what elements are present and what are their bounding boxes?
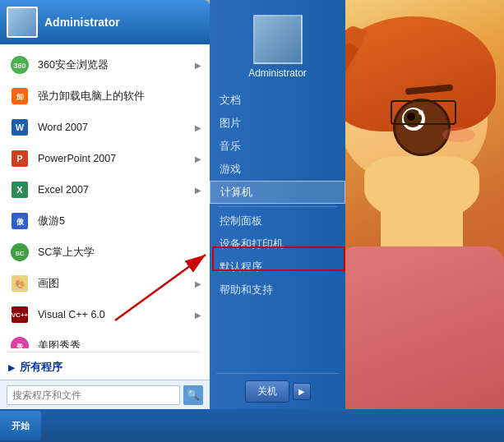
- menu-item-word-arrow: ▶: [195, 123, 201, 132]
- icon-excel: X: [8, 178, 31, 201]
- svg-text:🎨: 🎨: [15, 279, 25, 289]
- icon-vcpp: VC++: [8, 303, 31, 326]
- icon-sc: SC: [8, 241, 31, 264]
- user-header: Administrator: [0, 0, 210, 44]
- right-panel-game[interactable]: 游戏: [210, 158, 345, 181]
- search-bar: 🔍: [0, 380, 210, 409]
- right-panel: Administrator 文档 图片 音乐 游戏 计算机 控制面板 设备和打印…: [210, 0, 345, 409]
- icon-paint: 🎨: [8, 272, 31, 295]
- menu-item-aoyou[interactable]: 傲 傲游5: [0, 205, 210, 237]
- shutdown-section: 关机 ▶: [210, 374, 345, 409]
- menu-item-paint[interactable]: 🎨 画图 ▶: [0, 268, 210, 299]
- right-panel-pic[interactable]: 图片: [210, 112, 345, 135]
- svg-text:P: P: [16, 154, 22, 163]
- menu-item-ppt-arrow: ▶: [195, 154, 201, 163]
- right-panel-username: Administrator: [248, 67, 307, 79]
- right-panel-doc[interactable]: 文档: [210, 89, 345, 112]
- svg-text:卸: 卸: [16, 93, 24, 101]
- menu-item-paint-arrow: ▶: [195, 279, 201, 288]
- svg-text:360: 360: [13, 62, 25, 70]
- search-button[interactable]: 🔍: [183, 385, 203, 405]
- menu-item-360-label: 360安全浏览器: [38, 58, 192, 72]
- icon-ppt: P: [8, 147, 31, 170]
- shutdown-arrow-button[interactable]: ▶: [293, 383, 311, 400]
- menu-item-paint-label: 画图: [38, 277, 192, 291]
- menu-item-360-arrow: ▶: [195, 61, 201, 70]
- svg-text:VC++: VC++: [12, 311, 29, 319]
- icon-word: W: [8, 116, 31, 139]
- all-programs-label: 所有程序: [20, 361, 62, 375]
- right-panel-default[interactable]: 默认程序: [210, 256, 345, 279]
- taskbar: 开始: [0, 409, 504, 442]
- start-button[interactable]: 开始: [0, 411, 41, 440]
- menu-item-excel[interactable]: X Excel 2007 ▶: [0, 174, 210, 205]
- search-input[interactable]: [7, 385, 180, 405]
- menu-item-meitu[interactable]: 秀 美图秀秀: [0, 330, 210, 348]
- right-panel-control[interactable]: 控制面板: [210, 209, 345, 233]
- right-panel-music[interactable]: 音乐: [210, 135, 345, 158]
- menu-item-excel-label: Excel 2007: [38, 184, 192, 196]
- menu-item-uninstall-label: 强力卸载电脑上的软件: [38, 90, 201, 104]
- menu-item-excel-arrow: ▶: [195, 186, 201, 195]
- menu-items-list: 360 360安全浏览器 ▶ 卸 强力卸载电脑上的软件 W Word 2007 …: [0, 44, 210, 348]
- left-panel: Administrator 360 360安全浏览器 ▶ 卸 强力卸载电脑上的软…: [0, 0, 210, 409]
- menu-item-vcpp[interactable]: VC++ Visual C++ 6.0 ▶: [0, 299, 210, 330]
- svg-text:傲: 傲: [16, 218, 25, 226]
- menu-item-ppt-label: PowerPoint 2007: [38, 153, 192, 164]
- menu-item-word[interactable]: W Word 2007 ▶: [0, 112, 210, 143]
- icon-aoyou: 傲: [8, 209, 31, 233]
- right-panel-divider: [218, 206, 337, 207]
- right-panel-device[interactable]: 设备和打印机: [210, 233, 345, 256]
- right-panel-help[interactable]: 帮助和支持: [210, 279, 345, 302]
- menu-item-ppt[interactable]: P PowerPoint 2007 ▶: [0, 143, 210, 174]
- right-panel-avatar: [253, 15, 303, 64]
- menu-item-meitu-label: 美图秀秀: [38, 339, 201, 349]
- menu-item-sc-label: SC掌上大学: [38, 246, 201, 260]
- all-programs[interactable]: ▶ 所有程序: [0, 356, 210, 380]
- menu-item-aoyou-label: 傲游5: [38, 214, 201, 228]
- icon-uninstall: 卸: [8, 85, 31, 108]
- menu-item-vcpp-label: Visual C++ 6.0: [38, 309, 192, 320]
- start-menu: Administrator 360 360安全浏览器 ▶ 卸 强力卸载电脑上的软…: [0, 0, 345, 409]
- svg-text:W: W: [16, 122, 25, 132]
- right-panel-computer[interactable]: 计算机: [210, 181, 345, 204]
- user-avatar: [7, 7, 38, 38]
- svg-text:秀: 秀: [16, 343, 24, 348]
- svg-text:X: X: [16, 185, 23, 195]
- menu-item-360[interactable]: 360 360安全浏览器 ▶: [0, 49, 210, 81]
- icon-360: 360: [8, 53, 31, 76]
- user-name: Administrator: [44, 16, 120, 29]
- menu-item-uninstall[interactable]: 卸 强力卸载电脑上的软件: [0, 81, 210, 112]
- menu-item-sc[interactable]: SC SC掌上大学: [0, 237, 210, 268]
- menu-item-vcpp-arrow: ▶: [195, 311, 201, 320]
- svg-text:SC: SC: [15, 250, 24, 257]
- icon-meitu: 秀: [8, 334, 31, 348]
- menu-item-word-label: Word 2007: [38, 122, 192, 133]
- menu-divider: [8, 352, 201, 352]
- shutdown-button[interactable]: 关机: [245, 380, 289, 403]
- right-panel-top: Administrator: [210, 8, 345, 89]
